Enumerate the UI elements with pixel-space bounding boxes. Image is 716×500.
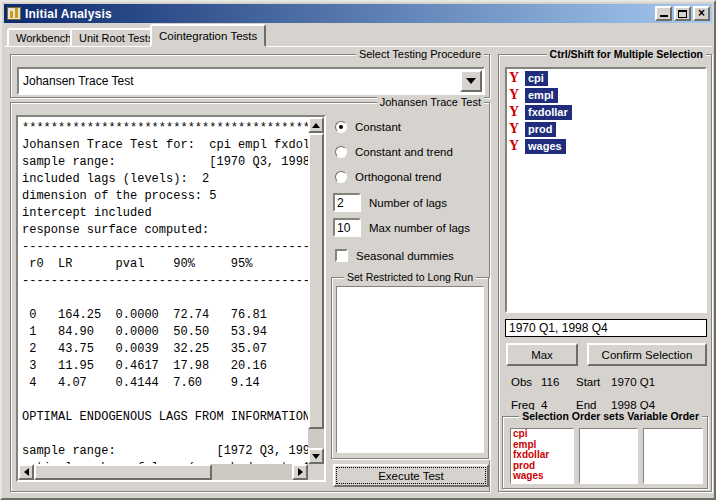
restricted-longrun-list[interactable] [336, 286, 484, 453]
y-series-icon: Y [509, 88, 525, 102]
select-testing-procedure-title: Select Testing Procedure [356, 48, 484, 60]
arrow-down-icon [312, 454, 320, 459]
order-box-2[interactable] [579, 428, 638, 484]
radio-row-constant-and-trend[interactable]: Constant and trend [335, 146, 453, 158]
test-output-text: ****************************************… [18, 117, 308, 464]
vertical-scrollbar-thumb[interactable] [308, 133, 324, 429]
list-item-prod[interactable]: Y prod [509, 121, 705, 137]
list-item-label: prod [525, 122, 556, 137]
app-icon [7, 7, 21, 20]
start-label: Start [576, 376, 600, 388]
scroll-left-button[interactable] [18, 464, 34, 480]
multiple-selection-group: Ctrl/Shift for Multiple Selection Y cpi … [498, 54, 712, 492]
maximize-icon [678, 10, 687, 18]
max-button[interactable]: Max [506, 343, 578, 366]
initial-analysis-window: Initial Analysis × Workbench Unit Root T… [0, 0, 716, 500]
combobox-dropdown-button[interactable] [460, 70, 482, 92]
list-item-label: wages [525, 139, 566, 154]
list-item-label: empl [525, 88, 558, 103]
list-item-cpi[interactable]: Y cpi [509, 70, 705, 86]
obs-label: Obs [511, 376, 532, 388]
execute-test-label: Execute Test [378, 470, 444, 482]
arrow-right-icon [298, 468, 303, 476]
order-item: fxdollar [511, 450, 573, 461]
confirm-selection-label: Confirm Selection [602, 349, 693, 361]
maximize-button[interactable] [674, 6, 691, 21]
minimize-button[interactable] [655, 6, 672, 21]
tab-unit-root-tests[interactable]: Unit Root Tests [70, 28, 162, 47]
radio-constant-label: Constant [355, 121, 401, 133]
variable-listbox[interactable]: Y cpi Y empl Y fxdollar Y prod Y wages [505, 67, 707, 313]
close-icon: × [698, 8, 705, 19]
radio-constant-and-trend[interactable] [335, 146, 347, 158]
list-item-empl[interactable]: Y empl [509, 87, 705, 103]
max-number-of-lags-row: 10 Max number of lags [333, 218, 470, 237]
selection-order-title: Selection Order sets Variable Order [519, 410, 702, 422]
seasonal-dummies-label: Seasonal dummies [356, 250, 454, 262]
sample-range-input[interactable]: 1970 Q1, 1998 Q4 [505, 319, 707, 337]
test-output-textarea[interactable]: ****************************************… [16, 115, 326, 482]
window-title: Initial Analysis [25, 7, 112, 21]
selection-order-group: Selection Order sets Variable Order cpi … [502, 416, 708, 489]
radio-orthogonal-trend-label: Orthogonal trend [355, 171, 441, 183]
list-item-label: fxdollar [525, 105, 572, 120]
order-box-1[interactable]: cpi empl fxdollar prod wages [510, 428, 574, 484]
radio-constant[interactable] [335, 121, 347, 133]
radio-constant-and-trend-label: Constant and trend [355, 146, 453, 158]
list-item-label: cpi [525, 71, 548, 86]
seasonal-dummies-row[interactable]: Seasonal dummies [335, 249, 454, 262]
start-value: 1970 Q1 [611, 376, 655, 388]
scroll-up-button[interactable] [308, 117, 324, 133]
radio-orthogonal-trend[interactable] [335, 171, 347, 183]
procedure-combobox[interactable]: Johansen Trace Test [17, 67, 485, 95]
title-bar[interactable]: Initial Analysis × [4, 4, 712, 23]
number-of-lags-row: 2 Number of lags [333, 193, 447, 212]
set-restricted-title: Set Restricted to Long Run [344, 271, 476, 283]
procedure-combobox-value: Johansen Trace Test [19, 74, 460, 88]
y-series-icon: Y [509, 105, 525, 119]
set-restricted-group: Set Restricted to Long Run [331, 277, 489, 459]
seasonal-dummies-checkbox[interactable] [335, 249, 348, 262]
tab-cointegration-tests[interactable]: Cointegration Tests [150, 24, 266, 47]
arrow-up-icon [312, 123, 320, 128]
close-button[interactable]: × [693, 6, 710, 21]
johansen-trace-test-title: Johansen Trace Test [377, 96, 484, 108]
obs-value: 116 [541, 376, 559, 388]
confirm-selection-button[interactable]: Confirm Selection [587, 343, 707, 366]
y-series-icon: Y [509, 139, 525, 153]
number-of-lags-input[interactable]: 2 [333, 193, 361, 212]
scroll-right-button[interactable] [292, 464, 308, 480]
select-testing-procedure-group: Select Testing Procedure Johansen Trace … [10, 54, 490, 98]
tab-bar: Workbench Unit Root Tests Cointegration … [4, 23, 712, 47]
johansen-trace-test-group: Johansen Trace Test ********************… [10, 102, 490, 492]
scrollbar-corner [308, 464, 324, 480]
order-item: cpi [511, 429, 573, 440]
horizontal-scrollbar-thumb[interactable] [34, 464, 212, 480]
horizontal-scrollbar[interactable] [18, 464, 308, 480]
radio-row-constant[interactable]: Constant [335, 121, 401, 133]
order-box-3[interactable] [643, 428, 703, 484]
radio-row-orthogonal-trend[interactable]: Orthogonal trend [335, 171, 441, 183]
scroll-down-button[interactable] [308, 448, 324, 464]
list-item-wages[interactable]: Y wages [509, 138, 705, 154]
list-item-fxdollar[interactable]: Y fxdollar [509, 104, 705, 120]
vertical-scrollbar[interactable] [308, 117, 324, 464]
minimize-icon [660, 15, 668, 17]
multiple-selection-title: Ctrl/Shift for Multiple Selection [547, 48, 706, 60]
number-of-lags-label: Number of lags [369, 197, 447, 209]
arrow-left-icon [24, 468, 29, 476]
chevron-down-icon [466, 78, 476, 84]
max-number-of-lags-input[interactable]: 10 [333, 218, 361, 237]
y-series-icon: Y [509, 71, 525, 85]
max-number-of-lags-label: Max number of lags [369, 222, 470, 234]
y-series-icon: Y [509, 122, 525, 136]
execute-test-button[interactable]: Execute Test [333, 464, 489, 487]
max-button-label: Max [531, 349, 553, 361]
order-item: wages [511, 471, 573, 482]
